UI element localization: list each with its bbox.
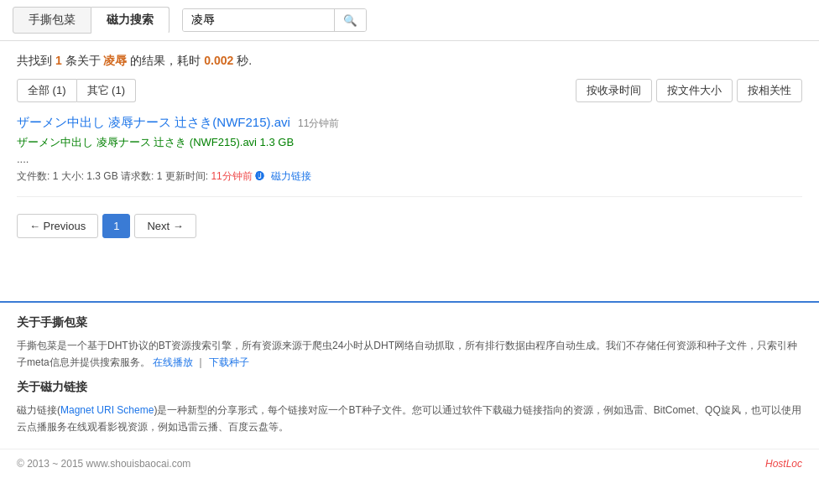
result-time-badge: 11分钟前	[298, 117, 339, 129]
summary-middle: 条关于	[65, 54, 101, 67]
result-count: 1	[55, 54, 62, 67]
result-summary: 共找到 1 条关于 凌辱 的结果，耗时 0.002 秒.	[17, 54, 802, 69]
result-item: ザーメン中出し 凌辱ナース 辻さき(NWF215).avi 11分钟前 ザーメン…	[17, 115, 802, 197]
prev-page-button[interactable]: ← Previous	[17, 214, 98, 238]
header: 手撕包菜 磁力搜索 🔍	[0, 0, 819, 41]
download-link[interactable]: 下载种子	[209, 356, 249, 368]
footer-text2a: 磁力链接(	[17, 404, 60, 416]
filter-all[interactable]: 全部 (1)	[17, 79, 77, 102]
footer-section1-title: 关于手撕包菜	[17, 315, 802, 330]
search-keyword: 凌辱	[103, 54, 127, 67]
footer-info: 关于手撕包菜 手撕包菜是一个基于DHT协议的BT资源搜索引擎，所有资源来源于爬虫…	[0, 301, 819, 449]
result-dots: ....	[17, 153, 802, 165]
copyright: © 2013 ~ 2015 www.shouisbaocai.com	[17, 458, 190, 470]
hostloc-badge: HostLoc	[765, 458, 802, 470]
search-button[interactable]: 🔍	[334, 9, 366, 31]
nav-tabs: 手撕包菜 磁力搜索	[13, 7, 170, 34]
result-meta: 文件数: 1 大小: 1.3 GB 请求数: 1 更新时间: 11分钟前 🅤 磁…	[17, 169, 802, 184]
result-title: ザーメン中出し 凌辱ナース 辻さき(NWF215).avi 11分钟前	[17, 115, 802, 131]
magnet-link[interactable]: 磁力链接	[271, 170, 311, 182]
search-box: 🔍	[182, 8, 367, 32]
update-time: 11分钟前	[211, 170, 252, 182]
summary-prefix: 共找到	[17, 54, 52, 67]
next-page-button[interactable]: Next →	[134, 214, 196, 238]
pagination: ← Previous 1 Next →	[17, 214, 802, 238]
filter-right: 按收录时间 按文件大小 按相关性	[576, 79, 802, 102]
footer-bottom: © 2013 ~ 2015 www.shouisbaocai.com HostL…	[0, 449, 819, 478]
tab-magnet[interactable]: 磁力搜索	[91, 7, 170, 34]
summary-suffix: 的结果，耗时	[130, 54, 201, 67]
magnet-scheme-link[interactable]: Magnet URI Scheme	[60, 404, 154, 416]
results-list: ザーメン中出し 凌辱ナース 辻さき(NWF215).avi 11分钟前 ザーメン…	[17, 115, 802, 197]
filter-row: 全部 (1) 其它 (1) 按收录时间 按文件大小 按相关性	[17, 79, 802, 102]
footer-separator: ｜	[196, 356, 208, 368]
sort-by-relevance[interactable]: 按相关性	[737, 79, 802, 102]
filter-other[interactable]: 其它 (1)	[77, 79, 137, 102]
main-content: 共找到 1 条关于 凌辱 的结果，耗时 0.002 秒. 全部 (1) 其它 (…	[0, 41, 819, 268]
footer-text1: 手撕包菜是一个基于DHT协议的BT资源搜索引擎，所有资源来源于爬虫24小时从DH…	[17, 340, 797, 368]
stream-link[interactable]: 在线播放	[153, 356, 193, 368]
footer-section2-text: 磁力链接(Magnet URI Scheme)是一种新型的分享形式，每个链接对应…	[17, 402, 802, 436]
sort-by-size[interactable]: 按文件大小	[656, 79, 733, 102]
current-page: 1	[102, 214, 130, 238]
filter-left: 全部 (1) 其它 (1)	[17, 79, 136, 102]
result-time: 0.002	[204, 54, 233, 67]
footer-section2-title: 关于磁力链接	[17, 380, 802, 395]
magnet-icon: 🅤	[255, 171, 264, 181]
search-input[interactable]	[183, 9, 334, 31]
sort-by-time[interactable]: 按收录时间	[576, 79, 652, 102]
footer-section1-text: 手撕包菜是一个基于DHT协议的BT资源搜索引擎，所有资源来源于爬虫24小时从DH…	[17, 337, 802, 372]
result-title-link[interactable]: ザーメン中出し 凌辱ナース 辻さき(NWF215).avi	[17, 115, 294, 129]
result-filename: ザーメン中出し 凌辱ナース 辻さき (NWF215).avi 1.3 GB	[17, 135, 802, 150]
summary-unit: 秒.	[237, 54, 252, 67]
tab-shouye[interactable]: 手撕包菜	[13, 7, 91, 34]
